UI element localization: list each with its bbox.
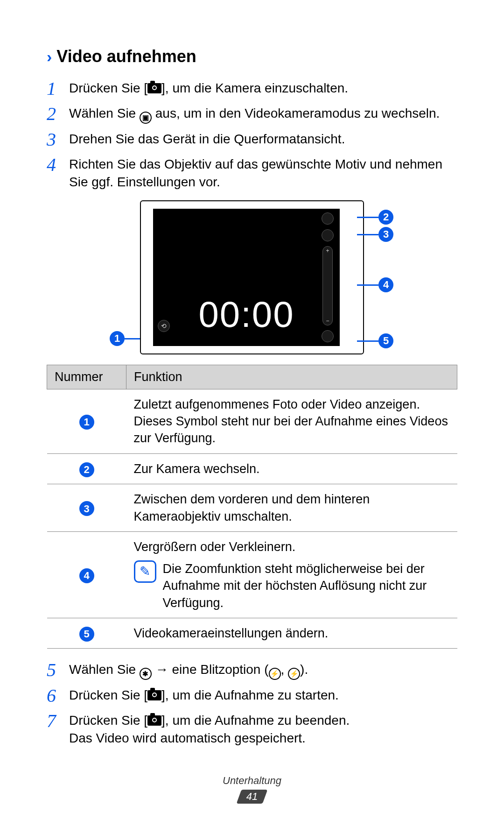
row-text: Vergrößern oder Verkleinern. ✎ Die Zoomf… [126, 532, 457, 618]
callout-line [357, 234, 378, 235]
note-text: Die Zoomfunktion steht möglicherweise be… [163, 560, 450, 611]
row-badge: 5 [79, 627, 94, 642]
right-controls [319, 212, 336, 342]
step-number: 5 [47, 661, 69, 680]
camera-icon [147, 715, 161, 726]
figure-inner: 1 ⟲ 00:00 2 3 [110, 200, 394, 354]
step-5: 5 Wählen Sie ✱ → eine Blitzoption (⚡, ⚡)… [47, 661, 457, 680]
row-text: Videokameraeinstellungen ändern. [126, 618, 457, 648]
callout-badge-2: 2 [378, 210, 393, 225]
note-block: ✎ Die Zoomfunktion steht möglicherweise … [134, 560, 450, 611]
step-number: 1 [47, 79, 69, 98]
step-4: 4 Richten Sie das Objektiv auf das gewün… [47, 156, 457, 191]
row-badge: 4 [79, 568, 94, 583]
video-mode-icon: ▣ [140, 112, 152, 124]
steps-list-top: 1 Drücken Sie [], um die Kamera einzusch… [47, 79, 457, 191]
table-row: 2 Zur Kamera wechseln. [47, 453, 457, 484]
camera-screenshot-figure: 1 ⟲ 00:00 2 3 [47, 200, 457, 354]
step-2: 2 Wählen Sie ▣ aus, um in den Videokamer… [47, 105, 457, 124]
gear-icon: ✱ [140, 668, 152, 680]
footer-section-name: Unterhaltung [0, 775, 504, 787]
step-text: Drücken Sie [], um die Kamera einzuschal… [69, 79, 348, 98]
step-text: Drücken Sie [], um die Aufnahme zu start… [69, 686, 339, 705]
step-extra-text: Das Video wird automatisch gespeichert. [69, 729, 350, 747]
camera-screen: ⟲ 00:00 [153, 209, 340, 346]
recording-timer: 00:00 [198, 293, 294, 336]
step-6: 6 Drücken Sie [], um die Aufnahme zu sta… [47, 686, 457, 705]
row-badge: 1 [79, 415, 94, 430]
row-text: Zur Kamera wechseln. [126, 453, 457, 484]
camera-icon [147, 83, 161, 93]
note-icon: ✎ [134, 560, 156, 583]
step-text: Richten Sie das Objektiv auf das gewünsc… [69, 156, 457, 191]
callout-line [357, 340, 378, 342]
table-header-row: Nummer Funktion [47, 365, 457, 389]
row-badge: 3 [79, 501, 94, 516]
phone-frame: ⟲ 00:00 [140, 200, 364, 354]
section-heading: › Video aufnehmen [47, 47, 457, 66]
step-number: 2 [47, 105, 69, 124]
step-number: 4 [47, 156, 69, 191]
row-main-text: Vergrößern oder Verkleinern. [134, 538, 450, 555]
row-text: Zuletzt aufgenommenes Foto oder Video an… [126, 389, 457, 453]
step-number: 3 [47, 130, 69, 149]
step-7: 7 Drücken Sie [], um die Aufnahme zu bee… [47, 712, 457, 747]
row-badge: 2 [79, 462, 94, 477]
table-row: 5 Videokameraeinstellungen ändern. [47, 618, 457, 648]
table-row: 3 Zwischen dem vorderen und dem hinteren… [47, 484, 457, 532]
manual-page: › Video aufnehmen 1 Drücken Sie [], um d… [0, 0, 504, 827]
row-text: Zwischen dem vorderen und dem hinteren K… [126, 484, 457, 532]
step-1: 1 Drücken Sie [], um die Kamera einzusch… [47, 79, 457, 98]
table-row: 1 Zuletzt aufgenommenes Foto oder Video … [47, 389, 457, 453]
step-number: 6 [47, 686, 69, 705]
step-3: 3 Drehen Sie das Gerät in die Querformat… [47, 130, 457, 149]
callout-badge-4: 4 [378, 277, 393, 292]
chevron-icon: › [47, 48, 52, 66]
footer-page-number: 41 [239, 790, 265, 804]
switch-mode-icon [322, 212, 334, 225]
switch-lens-icon [322, 229, 334, 241]
col-function-header: Funktion [126, 365, 457, 389]
last-capture-icon: ⟲ [158, 320, 170, 332]
function-table: Nummer Funktion 1 Zuletzt aufgenommenes … [47, 365, 457, 649]
flash-on-icon: ⚡ [269, 668, 281, 680]
steps-list-bottom: 5 Wählen Sie ✱ → eine Blitzoption (⚡, ⚡)… [47, 661, 457, 747]
callout-badge-3: 3 [378, 227, 393, 242]
flash-off-icon: ⚡ [288, 668, 300, 680]
table-row: 4 Vergrößern oder Verkleinern. ✎ Die Zoo… [47, 532, 457, 618]
callout-badge-5: 5 [378, 333, 393, 348]
step-number: 7 [47, 712, 69, 747]
callout-line [357, 284, 378, 286]
zoom-slider [322, 246, 333, 325]
settings-icon [322, 330, 334, 342]
step-text: Drücken Sie [], um die Aufnahme zu beend… [69, 712, 350, 747]
col-number-header: Nummer [47, 365, 126, 389]
page-footer: Unterhaltung 41 [0, 775, 504, 804]
step-text: Drehen Sie das Gerät in die Querformatan… [69, 130, 345, 149]
callout-line [357, 217, 378, 218]
step-text: Wählen Sie ✱ → eine Blitzoption (⚡, ⚡). [69, 661, 308, 680]
section-title-text: Video aufnehmen [56, 47, 196, 66]
callout-badge-1: 1 [110, 331, 125, 346]
camera-icon [147, 690, 161, 700]
step-text: Wählen Sie ▣ aus, um in den Videokameram… [69, 105, 440, 124]
